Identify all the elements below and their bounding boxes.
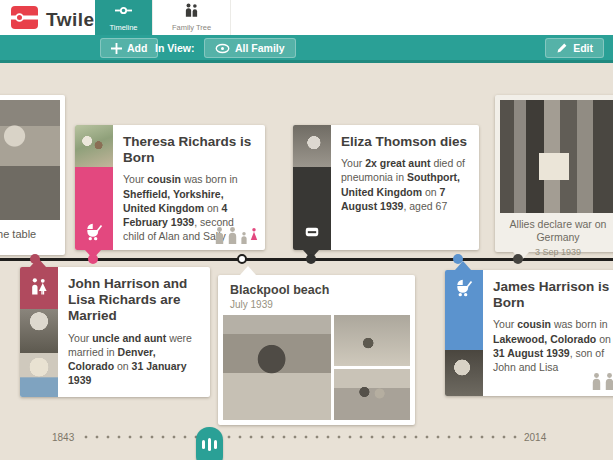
pram-icon	[454, 278, 474, 298]
family-members-theresa	[214, 226, 258, 244]
pencil-icon	[556, 42, 568, 54]
event-dot-theresa[interactable]	[88, 254, 98, 264]
all-family-button[interactable]: All Family	[204, 38, 296, 58]
plus-icon	[111, 43, 122, 54]
wedding-couple-icon	[29, 277, 49, 297]
app-header: Twile Timeline Family Tree 1 ?	[0, 0, 613, 35]
scrubber-start-year: 1843	[52, 432, 74, 443]
event-date-blackpool: July 1939	[230, 299, 403, 310]
timeline-icon	[115, 3, 132, 21]
person-icon	[227, 227, 238, 244]
event-card-james-born[interactable]: James Harrison is Born Your cousin was b…	[445, 270, 613, 396]
event-card-eliza-dies[interactable]: Eliza Thomson dies Your 2x great aunt di…	[293, 125, 479, 250]
event-title-allies: Allies declare war on Germany	[495, 218, 613, 243]
person-icon	[591, 373, 602, 390]
photo-sand-dune	[334, 315, 410, 366]
photo-john	[20, 309, 58, 353]
highlight-child-icon	[250, 226, 258, 244]
family-members-james	[591, 372, 613, 390]
twile-logo[interactable]: Twile	[11, 6, 95, 33]
tab-timeline-label: Timeline	[109, 23, 137, 32]
timeline-toolbar: Add In View: All Family Edit	[0, 35, 613, 63]
scrubber-end-year: 2014	[524, 432, 546, 443]
event-body-marriage: Your uncle and aunt were married in Denv…	[68, 331, 202, 388]
family-tree-icon	[184, 3, 199, 21]
add-button-label: Add	[127, 42, 147, 54]
add-button[interactable]: Add	[100, 38, 158, 58]
event-card-blackpool[interactable]: Blackpool beach July 1939	[218, 275, 415, 425]
tab-family-tree[interactable]: Family Tree	[152, 0, 231, 35]
card-side-marriage	[20, 267, 58, 397]
event-dot-allies[interactable]	[513, 254, 523, 264]
card-side-eliza	[293, 125, 331, 250]
event-card-table-photo[interactable]: the table	[0, 95, 65, 255]
eye-icon	[215, 43, 230, 54]
photo-allies	[500, 100, 613, 213]
pram-icon	[84, 222, 104, 242]
photo-table	[0, 100, 60, 220]
event-body-eliza: Your 2x great aunt died of pneumonia in …	[341, 156, 471, 213]
person-icon	[604, 373, 613, 390]
event-title-marriage: John Harrison and Lisa Richards are Marr…	[68, 276, 202, 325]
card-side-theresa	[75, 125, 113, 250]
event-title-james: James Harrison is Born	[493, 279, 613, 311]
photo-theresa	[75, 125, 113, 167]
scrubber-handle[interactable]	[196, 427, 223, 460]
photo-james	[445, 350, 483, 396]
table-photo-caption: the table	[0, 225, 65, 240]
connector-blackpool	[240, 266, 256, 275]
photo-kids-water	[334, 369, 410, 420]
event-title-theresa: Theresa Richards is Born	[123, 134, 257, 166]
photo-beach-boy	[223, 315, 331, 420]
in-view-label: In View:	[155, 42, 194, 54]
tab-timeline[interactable]: Timeline	[95, 0, 152, 35]
event-card-theresa-born[interactable]: Theresa Richards is Born Your cousin was…	[75, 125, 265, 250]
edit-button[interactable]: Edit	[545, 38, 604, 58]
photo-collage-blackpool	[223, 315, 410, 420]
photo-lisa	[20, 353, 58, 397]
coffin-icon	[302, 222, 322, 242]
child-icon	[240, 232, 248, 244]
twile-logo-icon	[11, 6, 38, 33]
event-title-blackpool: Blackpool beach	[230, 283, 403, 297]
all-family-button-label: All Family	[235, 42, 285, 54]
edit-button-label: Edit	[573, 42, 593, 54]
event-title-eliza: Eliza Thomson dies	[341, 134, 471, 150]
event-body-james: Your cousin was born in Lakewood, Colora…	[493, 317, 613, 374]
tab-family-tree-label: Family Tree	[172, 23, 211, 32]
card-side-james	[445, 270, 483, 396]
scrubber-track	[84, 435, 520, 439]
event-card-marriage[interactable]: John Harrison and Lisa Richards are Marr…	[20, 267, 210, 397]
event-dot-eliza[interactable]	[306, 254, 316, 264]
event-dot-blackpool[interactable]	[237, 254, 247, 264]
person-icon	[214, 227, 225, 244]
brand-name: Twile	[46, 9, 95, 31]
event-dot-marriage[interactable]	[30, 254, 40, 264]
event-card-allies-war[interactable]: Allies declare war on Germany 3 Sep 1939	[495, 95, 613, 252]
event-dot-james[interactable]	[453, 254, 463, 264]
photo-eliza	[293, 125, 331, 167]
